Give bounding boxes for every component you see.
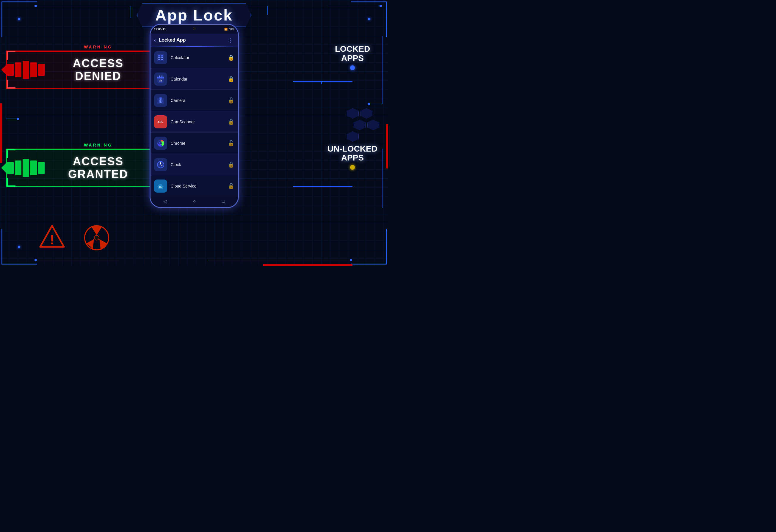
app-name-calendar: Calendar (171, 77, 228, 81)
list-item[interactable]: CS CamScanner 🔓 (151, 111, 238, 132)
svg-text:Co: Co (159, 186, 162, 189)
app-name-camera: Camera (171, 98, 228, 103)
lock-icon-calendar[interactable]: 🔒 (228, 76, 234, 82)
svg-point-27 (160, 164, 161, 165)
phone-container: 12:05:11 📶 88% ‹ Locked App ⋮ (150, 24, 239, 208)
app-icon-camscanner: CS (154, 115, 167, 128)
bracket-bl-g (7, 178, 15, 187)
svg-text:!: ! (50, 232, 54, 247)
unlocked-apps-indicator-dot (350, 165, 355, 170)
blue-separator (151, 46, 238, 47)
back-button[interactable]: ‹ (154, 37, 156, 43)
app-name-chrome: Chrome (171, 141, 228, 146)
arrow-left-denied (1, 64, 7, 76)
app-icon-chrome (154, 137, 167, 150)
stripes-left-granted (7, 158, 45, 178)
menu-button[interactable]: ⋮ (228, 37, 234, 44)
locked-apps-label: LOCKEDAPPS (323, 45, 382, 70)
red-strip-bottom (263, 264, 353, 266)
recent-nav-button[interactable]: □ (222, 199, 225, 204)
stripes-left-denied (7, 59, 45, 80)
home-nav-button[interactable]: ○ (193, 199, 196, 204)
back-nav-button[interactable]: ◁ (163, 199, 167, 204)
bracket-tl (7, 51, 15, 60)
svg-rect-9 (161, 57, 163, 58)
access-denied-line1: ACCESS (45, 57, 152, 70)
status-icons: 📶 88% (224, 28, 234, 31)
camera-notch (193, 27, 196, 30)
red-strip-left (0, 103, 2, 163)
radiation-icon (83, 224, 110, 251)
list-item[interactable]: Chrome 🔓 (151, 132, 238, 154)
access-granted-line2: GRANTED (45, 168, 152, 181)
app-icon-calculator (154, 51, 167, 64)
svg-rect-14 (159, 75, 160, 77)
list-item[interactable]: Camera 🔓 (151, 90, 238, 111)
bracket-bl (7, 80, 15, 88)
lock-icon-clock[interactable]: 🔓 (228, 162, 234, 168)
app-icon-clock (154, 158, 167, 171)
access-granted-line1: ACCESS (45, 155, 152, 168)
app-name-cloud: Cloud Service (171, 184, 228, 189)
svg-rect-5 (157, 54, 164, 61)
unlocked-apps-text: UN-LOCKEDAPPS (323, 145, 382, 163)
arrow-left-granted (1, 162, 7, 174)
bottom-icons: ! (39, 224, 110, 251)
app-name-calculator: Calculator (171, 55, 228, 60)
svg-point-19 (160, 100, 161, 102)
connector-locked-v (321, 81, 322, 84)
svg-point-23 (159, 142, 162, 145)
battery-text: 88% (229, 28, 234, 31)
bracket-tl-g (7, 149, 15, 158)
svg-rect-6 (158, 55, 160, 56)
connector-unlocked (293, 186, 353, 187)
circuit-dot-1 (18, 18, 20, 20)
circuit-dot-2 (368, 18, 370, 20)
list-item[interactable]: Clock 🔓 (151, 154, 238, 175)
app-bar-title: Locked App (159, 37, 228, 43)
list-item[interactable]: 22 Calendar 🔒 (151, 68, 238, 90)
lock-icon-camera[interactable]: 🔓 (228, 97, 234, 104)
svg-rect-7 (161, 55, 163, 56)
unlocked-apps-label: UN-LOCKEDAPPS (323, 145, 382, 170)
app-bar: ‹ Locked App ⋮ (151, 34, 238, 47)
svg-text:22: 22 (159, 79, 162, 82)
app-icon-camera (154, 94, 167, 107)
svg-rect-10 (158, 59, 160, 60)
status-time: 12:05:11 (154, 28, 166, 31)
right-labels-panel: LOCKEDAPPS UN-LOCKEDAPPS (323, 45, 382, 170)
locked-apps-indicator-dot (350, 65, 355, 70)
warning-triangle-icon: ! (39, 224, 65, 248)
app-title: App Lock (155, 6, 233, 24)
bottom-navigation: ◁ ○ □ (151, 195, 238, 207)
app-name-clock: Clock (171, 162, 228, 167)
locked-apps-text: LOCKEDAPPS (323, 45, 382, 63)
app-name-camscanner: CamScanner (171, 119, 228, 124)
app-icon-cloud: Co (154, 180, 167, 193)
access-granted-text: ACCESS GRANTED (45, 155, 152, 181)
app-icon-calendar: 22 (154, 72, 167, 85)
svg-rect-8 (158, 57, 160, 58)
svg-point-3 (94, 236, 99, 240)
svg-rect-15 (162, 75, 162, 77)
list-item[interactable]: Calculator 🔒 (151, 47, 238, 68)
red-strip-right (386, 124, 388, 169)
lock-icon-calculator[interactable]: 🔒 (228, 54, 234, 61)
phone: 12:05:11 📶 88% ‹ Locked App ⋮ (150, 24, 239, 208)
lock-icon-camscanner[interactable]: 🔓 (228, 118, 234, 125)
corner-decoration-br (351, 229, 387, 265)
svg-rect-11 (161, 59, 163, 60)
svg-rect-20 (159, 97, 162, 99)
lock-icon-chrome[interactable]: 🔓 (228, 140, 234, 147)
status-bar: 12:05:11 📶 88% (151, 25, 238, 34)
wifi-icon: 📶 (224, 28, 227, 31)
app-list: Calculator 🔒 22 Calendar 🔒 (151, 47, 238, 195)
access-denied-line2: DENIED (45, 70, 152, 83)
svg-rect-13 (157, 77, 164, 78)
list-item[interactable]: Co Cloud Service 🔓 (151, 175, 238, 195)
access-denied-text: ACCESS DENIED (45, 57, 152, 83)
lock-icon-cloud[interactable]: 🔓 (228, 183, 234, 189)
